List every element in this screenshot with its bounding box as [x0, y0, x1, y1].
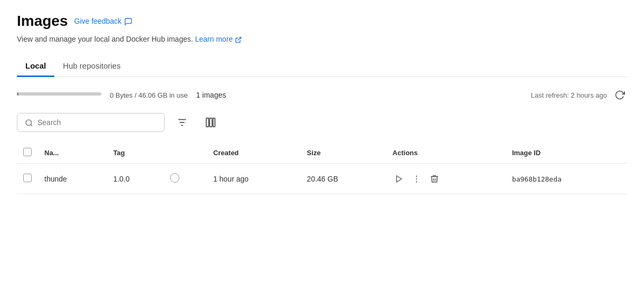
svg-rect-8	[213, 118, 215, 127]
search-icon	[25, 118, 33, 127]
feedback-icon	[124, 16, 132, 25]
row-name: thunde	[38, 164, 107, 194]
row-size: 20.46 GB	[300, 164, 386, 194]
refresh-button[interactable]	[612, 88, 627, 102]
storage-row: 0 Bytes / 46.06 GB in use 1 images Last …	[17, 88, 627, 102]
row-status	[164, 164, 207, 194]
page-header: Images Give feedback	[17, 13, 627, 30]
svg-point-12	[415, 181, 416, 182]
col-checkbox	[17, 142, 38, 164]
svg-point-11	[415, 178, 416, 179]
svg-rect-6	[206, 118, 209, 127]
row-checkbox[interactable]	[23, 174, 32, 182]
search-input[interactable]	[37, 118, 157, 127]
table-body: thunde 1.0.0 1 hour ago 20.46 GB	[17, 164, 627, 194]
svg-point-1	[26, 120, 32, 126]
storage-right: Last refresh: 2 hours ago	[531, 88, 627, 102]
col-created: Created	[207, 142, 300, 164]
row-image-id: ba968b128eda	[506, 164, 627, 194]
table-row: thunde 1.0.0 1 hour ago 20.46 GB	[17, 164, 627, 194]
svg-rect-7	[210, 118, 212, 127]
row-created: 1 hour ago	[207, 164, 300, 194]
storage-bar	[17, 92, 101, 98]
tab-hub[interactable]: Hub repositories	[54, 56, 129, 77]
col-tag: Tag	[107, 142, 164, 164]
svg-line-2	[31, 125, 32, 126]
run-button[interactable]	[393, 172, 405, 186]
row-actions	[386, 164, 506, 194]
toolbar	[17, 113, 627, 132]
page-title: Images	[17, 13, 68, 30]
tabs: Local Hub repositories	[17, 56, 627, 77]
images-table: Na... Tag Created Size Actions Image ID …	[17, 142, 627, 194]
col-size: Size	[300, 142, 386, 164]
columns-button[interactable]	[200, 113, 222, 131]
svg-marker-9	[396, 176, 401, 182]
col-name: Na...	[38, 142, 107, 164]
col-actions: Actions	[386, 142, 506, 164]
feedback-label: Give feedback	[74, 17, 122, 25]
learn-more-link[interactable]: Learn more	[195, 35, 241, 43]
filter-button[interactable]	[171, 113, 193, 131]
feedback-link[interactable]: Give feedback	[74, 16, 133, 25]
col-image-id: Image ID	[506, 142, 627, 164]
col-status	[164, 142, 207, 164]
header-checkbox[interactable]	[23, 148, 32, 156]
svg-line-0	[238, 37, 241, 40]
delete-button[interactable]	[428, 172, 441, 186]
tab-local[interactable]: Local	[17, 56, 54, 77]
svg-point-10	[415, 176, 416, 177]
row-tag: 1.0.0	[107, 164, 164, 194]
last-refresh-label: Last refresh: 2 hours ago	[531, 91, 607, 99]
more-options-button[interactable]	[410, 171, 423, 186]
images-count: 1 images	[196, 91, 226, 99]
row-checkbox-cell	[17, 164, 38, 194]
subtitle: View and manage your local and Docker Hu…	[17, 35, 627, 43]
search-box[interactable]	[17, 113, 165, 132]
status-circle	[170, 173, 179, 183]
external-link-icon	[235, 35, 242, 43]
storage-left: 0 Bytes / 46.06 GB in use 1 images	[17, 91, 226, 99]
storage-label: 0 Bytes / 46.06 GB in use	[110, 91, 187, 99]
table-header: Na... Tag Created Size Actions Image ID	[17, 142, 627, 164]
